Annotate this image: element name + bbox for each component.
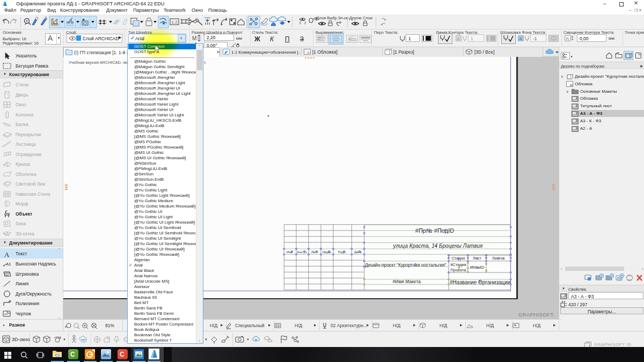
svg-text:1.2: 1.2: [172, 20, 178, 25]
svg-text:улица Краста, 14 Броцены Латви: улица Краста, 14 Броцены Латвия: [393, 243, 484, 249]
svg-text:#Пр№ #ПодID: #Пр№ #ПодID: [415, 227, 454, 234]
svg-text:№док.: №док.: [323, 250, 332, 254]
svg-text:Подп.: Подп.: [338, 250, 347, 254]
svg-text:A: A: [4, 250, 10, 258]
svg-text:Дата: Дата: [354, 250, 362, 254]
svg-text:Другие Слои:: Другие Слои:: [349, 16, 373, 20]
svg-text:Кол.уч.: Кол.уч.: [297, 250, 308, 254]
svg-text:A: A: [566, 36, 569, 41]
svg-text:A: A: [519, 36, 522, 41]
svg-text:Дизайн-проект "Курортная носта: Дизайн-проект "Курортная ностальгия": [365, 262, 446, 268]
svg-text:#Стадия: #Стадия: [450, 262, 466, 267]
svg-text:A1: A1: [6, 262, 11, 267]
svg-text:M: M: [192, 35, 196, 41]
svg-text:Слои Выбр.Эл-ов:: Слои Выбр.Эл-ов:: [317, 16, 349, 20]
svg-text:A: A: [457, 36, 460, 41]
